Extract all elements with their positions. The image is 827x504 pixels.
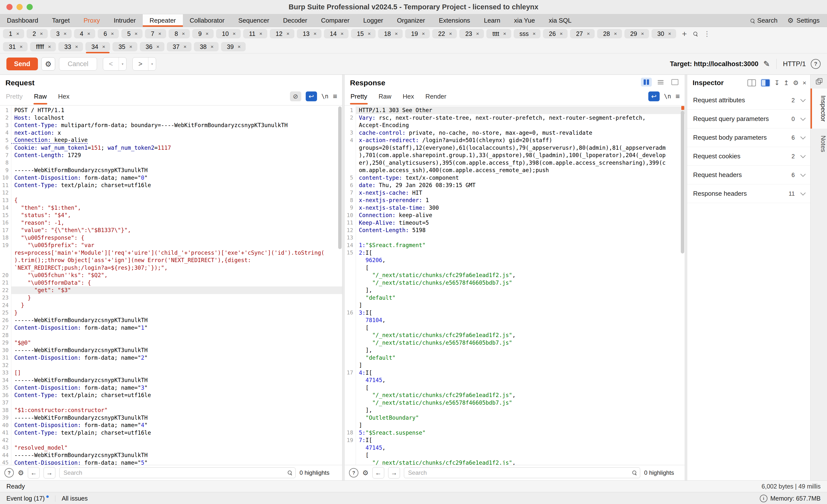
repeater-tab-26[interactable]: 26× — [543, 29, 568, 38]
menu-item-repeater[interactable]: Repeater — [143, 14, 183, 27]
inspector-section-response-headers[interactable]: Response headers11 — [687, 184, 810, 203]
repeater-tab-38[interactable]: 38× — [194, 42, 218, 51]
close-icon[interactable]: × — [802, 79, 806, 87]
close-tab-icon[interactable]: × — [233, 31, 236, 37]
word-wrap-icon[interactable]: ↩ — [306, 92, 317, 101]
history-forward-button[interactable]: > ▾ — [133, 57, 156, 70]
view-tab-render[interactable]: Render — [425, 93, 446, 100]
close-tab-icon[interactable]: × — [259, 31, 262, 37]
repeater-tab-12[interactable]: 12× — [270, 29, 294, 38]
repeater-tab-27[interactable]: 27× — [570, 29, 595, 38]
linebreak-toggle[interactable]: \n — [664, 93, 671, 100]
close-tab-icon[interactable]: × — [205, 31, 208, 37]
close-tab-icon[interactable]: × — [102, 44, 105, 50]
repeater-tab-34[interactable]: 34× — [85, 42, 110, 51]
history-back-button[interactable]: < ▾ — [103, 57, 127, 70]
menu-item-sequencer[interactable]: Sequencer — [231, 14, 276, 27]
menu-item-dashboard[interactable]: Dashboard — [0, 14, 45, 27]
gear-icon[interactable]: ⚙ — [362, 469, 369, 477]
help-icon[interactable]: ? — [4, 468, 14, 478]
back-dropdown-icon[interactable]: ▾ — [119, 58, 126, 70]
repeater-tab-9[interactable]: 9× — [192, 29, 213, 38]
repeater-tab-14[interactable]: 14× — [324, 29, 348, 38]
close-tab-icon[interactable]: × — [238, 44, 241, 50]
repeater-tab-5[interactable]: 5× — [121, 29, 143, 38]
inspector-section-request-body-parameters[interactable]: Request body parameters6 — [687, 128, 810, 147]
close-tab-icon[interactable]: × — [313, 31, 317, 37]
close-tab-icon[interactable]: × — [210, 44, 213, 50]
close-tab-icon[interactable]: × — [16, 31, 19, 37]
close-tab-icon[interactable]: × — [129, 44, 132, 50]
settings-button[interactable]: ⚙ Settings — [787, 16, 820, 24]
editor-menu-icon[interactable]: ≡ — [333, 92, 337, 101]
all-issues-button[interactable]: All issues — [62, 495, 88, 502]
rows-layout-icon[interactable] — [655, 78, 666, 87]
inspector-section-request-cookies[interactable]: Request cookies2 — [687, 147, 810, 166]
close-tab-icon[interactable]: × — [75, 44, 78, 50]
repeater-tab-28[interactable]: 28× — [597, 29, 622, 38]
panel-divider[interactable] — [342, 75, 345, 481]
repeater-tab-fffff[interactable]: fffff× — [30, 42, 56, 51]
prev-match-button[interactable]: ← — [373, 467, 384, 479]
close-tab-icon[interactable]: × — [614, 31, 617, 37]
word-wrap-icon[interactable]: ↩ — [648, 92, 660, 101]
gear-icon[interactable]: ⚙ — [18, 469, 24, 477]
expand-all-icon[interactable]: ↥ — [784, 79, 789, 87]
search-button[interactable]: Search — [750, 17, 778, 24]
repeater-tab-33[interactable]: 33× — [58, 42, 83, 51]
request-scrollbar[interactable] — [338, 106, 342, 464]
inspector-layout-left[interactable] — [747, 79, 757, 87]
close-tab-icon[interactable]: × — [668, 31, 671, 37]
menu-item-extensions[interactable]: Extensions — [432, 14, 477, 27]
close-tab-icon[interactable]: × — [63, 31, 66, 37]
collapse-all-icon[interactable]: ↧ — [774, 79, 780, 87]
show-nonprintable-icon[interactable]: ⊘ — [290, 92, 301, 101]
repeater-tab-3[interactable]: 3× — [50, 29, 71, 38]
forward-dropdown-icon[interactable]: ▾ — [148, 58, 156, 70]
repeater-tab-39[interactable]: 39× — [221, 42, 246, 51]
repeater-tab-1[interactable]: 1× — [3, 29, 24, 38]
find-tab-icon[interactable] — [693, 32, 697, 36]
repeater-tab-37[interactable]: 37× — [167, 42, 192, 51]
close-tab-icon[interactable]: × — [48, 44, 51, 50]
close-tab-icon[interactable]: × — [476, 31, 479, 37]
info-icon[interactable]: i — [760, 495, 768, 502]
view-tab-pretty[interactable]: Pretty — [6, 93, 22, 100]
columns-layout-icon[interactable] — [641, 78, 652, 87]
menu-item-intruder[interactable]: Intruder — [107, 14, 143, 27]
menu-item-organizer[interactable]: Organizer — [390, 14, 432, 27]
view-tab-hex[interactable]: Hex — [403, 93, 414, 100]
repeater-tab-36[interactable]: 36× — [140, 42, 164, 51]
repeater-tab-13[interactable]: 13× — [297, 29, 322, 38]
add-tab-button[interactable]: + — [682, 30, 687, 38]
repeater-tab-22[interactable]: 22× — [432, 29, 457, 38]
close-tab-icon[interactable]: × — [287, 31, 289, 37]
next-match-button[interactable]: → — [388, 467, 400, 479]
close-tab-icon[interactable]: × — [111, 31, 114, 37]
close-tab-icon[interactable]: × — [560, 31, 563, 37]
request-search-input[interactable] — [59, 467, 296, 478]
close-tab-icon[interactable]: × — [503, 31, 506, 37]
repeater-tab-29[interactable]: 29× — [624, 29, 649, 38]
menu-item-comparer[interactable]: Comparer — [314, 14, 356, 27]
menu-item-xia-sql[interactable]: xia SQL — [542, 14, 578, 27]
menu-item-learn[interactable]: Learn — [477, 14, 507, 27]
send-settings-button[interactable]: ⚙ — [41, 57, 55, 70]
menu-item-target[interactable]: Target — [45, 14, 77, 27]
close-tab-icon[interactable]: × — [587, 31, 590, 37]
http-version-button[interactable]: HTTP/1 — [783, 60, 806, 68]
repeater-tab-sss[interactable]: sss× — [514, 29, 541, 38]
close-tab-icon[interactable]: × — [341, 31, 344, 37]
repeater-tab-15[interactable]: 15× — [351, 29, 376, 38]
rail-tab-notes[interactable]: Notes — [811, 128, 827, 159]
cancel-button[interactable]: Cancel — [59, 57, 97, 70]
rail-tab-inspector[interactable]: Inspector — [811, 89, 827, 128]
view-tab-raw[interactable]: Raw — [34, 93, 47, 100]
repeater-tab-11[interactable]: 11× — [243, 29, 267, 38]
view-tab-pretty[interactable]: Pretty — [350, 93, 367, 100]
next-match-button[interactable]: → — [44, 467, 55, 479]
menu-item-proxy[interactable]: Proxy — [77, 14, 107, 27]
repeater-tab-35[interactable]: 35× — [112, 42, 137, 51]
response-scrollbar[interactable] — [680, 106, 684, 464]
repeater-tab-19[interactable]: 19× — [405, 29, 430, 38]
